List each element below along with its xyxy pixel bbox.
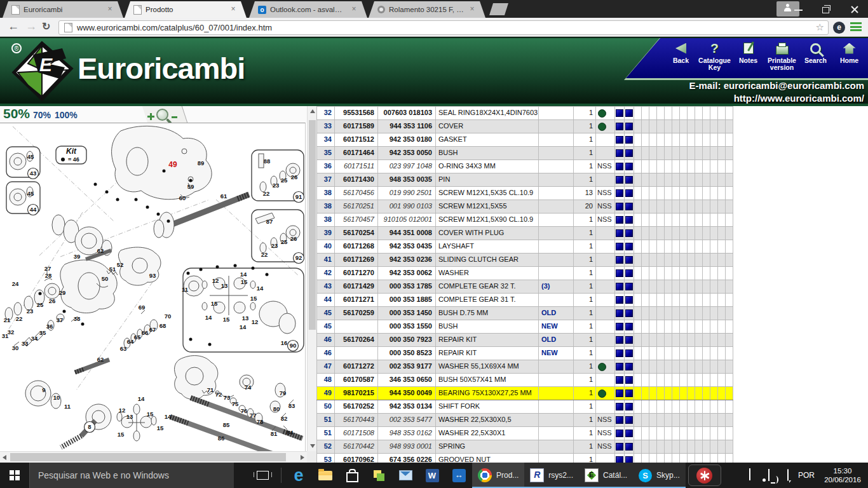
zoom-out-icon[interactable]	[172, 116, 177, 118]
taskbar-app-chrome[interactable]: Prod...	[472, 463, 524, 488]
browser-tab[interactable]: Prodotto×	[125, 1, 247, 18]
browser-tab[interactable]: oOutlook.com - asvalentin×	[249, 1, 367, 18]
clock[interactable]: 15:30 20/06/2016	[820, 466, 865, 484]
taskbar-app-photos[interactable]	[392, 463, 419, 488]
language-indicator[interactable]: POR	[798, 471, 815, 480]
detail-link-square[interactable]	[625, 323, 633, 330]
restore-button[interactable]	[812, 0, 840, 18]
detail-link-square[interactable]	[616, 176, 623, 184]
detail-link-square[interactable]	[616, 443, 623, 451]
reload-icon[interactable]: ↻	[42, 20, 50, 32]
table-row[interactable]: 5160171508948 353 0162WASHER 22,5X30X11N…	[316, 427, 733, 440]
detail-link-square[interactable]	[616, 349, 623, 357]
detail-link-square[interactable]	[625, 189, 633, 197]
table-row[interactable]: 4260171270942 353 0062WASHER1	[316, 267, 733, 280]
taskbar-app-word[interactable]: W	[419, 463, 445, 488]
start-button[interactable]	[0, 463, 29, 488]
detail-link-square[interactable]	[616, 163, 623, 170]
detail-link-square[interactable]	[625, 109, 633, 117]
network-button[interactable]	[768, 470, 770, 481]
nav-back[interactable]: Back	[664, 38, 698, 78]
table-row[interactable]: 3856170251001 990 0103SCREW M12X1,5X5520…	[316, 200, 733, 214]
table-row[interactable]: 5360170962674 356 0226GROOVED NUT1	[316, 454, 733, 463]
detail-link-square[interactable]	[625, 256, 633, 264]
detail-link-square[interactable]	[625, 216, 633, 224]
table-row[interactable]: 4998170215944 350 0049BEARING 75X130X27,…	[316, 387, 733, 400]
table-row[interactable]: 45000 353 1550BUSHNEW1	[316, 320, 733, 334]
close-button[interactable]	[840, 0, 868, 18]
detail-link-square[interactable]	[616, 229, 623, 237]
notifications-button[interactable]	[787, 470, 789, 481]
detail-link-square[interactable]	[616, 376, 623, 384]
scroll-up-icon[interactable]	[310, 109, 315, 113]
detail-link-square[interactable]	[625, 283, 633, 290]
taskbar-app-red-app[interactable]	[688, 464, 721, 486]
detail-link-square[interactable]	[625, 176, 633, 184]
detail-link-square[interactable]	[625, 269, 633, 277]
detail-link-square[interactable]	[625, 149, 633, 157]
detail-link-square[interactable]	[625, 123, 633, 130]
close-tab-icon[interactable]: ×	[229, 5, 238, 14]
detail-link-square[interactable]	[616, 390, 623, 397]
close-tab-icon[interactable]: ×	[349, 5, 358, 14]
detail-link-square[interactable]	[616, 203, 623, 210]
table-row[interactable]: 5056170252942 353 0134SHIFT FORK1	[316, 400, 733, 414]
new-tab-button[interactable]	[489, 3, 508, 15]
nav-printable-version[interactable]: Printable version	[765, 38, 799, 78]
table-row[interactable]: 3295531568007603 018103SEAL RING18X24X1,…	[316, 107, 733, 120]
detail-link-square[interactable]	[616, 149, 623, 157]
zoom-in-icon[interactable]	[147, 113, 154, 120]
table-row[interactable]: 4760171272002 353 9177WASHER 55,1X69X4 M…	[316, 360, 733, 374]
table-row[interactable]: 3660171511023 997 1048O-RING 34X3 MM1NSS	[316, 160, 733, 173]
taskbar-app-skype[interactable]: SSkyp...	[633, 463, 686, 488]
table-row[interactable]: 3460171512942 353 0180GASKET1	[316, 133, 733, 147]
table-row[interactable]: 4160171269942 353 0236SLIDING CLUTCH GEA…	[316, 254, 733, 267]
close-tab-icon[interactable]: ×	[468, 5, 477, 14]
zoom-level-70[interactable]: 70%	[33, 110, 51, 120]
detail-link-square[interactable]	[625, 430, 633, 437]
table-row[interactable]: 3856170457910105 012001SCREW M12X1,5X90 …	[316, 214, 733, 227]
detail-link-square[interactable]	[625, 416, 633, 424]
detail-link-square[interactable]	[616, 403, 623, 410]
website-link[interactable]: http://www.euroricambi.com/	[734, 93, 864, 104]
taskbar-app-catalog[interactable]: Catál...	[579, 463, 633, 488]
table-row[interactable]: 4060171268942 353 0435LAYSHAFT1	[316, 240, 733, 254]
detail-link-square[interactable]	[616, 256, 623, 264]
detail-link-square[interactable]	[616, 296, 623, 304]
taskbar-app-sticky-notes[interactable]	[365, 463, 392, 488]
detail-link-square[interactable]	[616, 109, 623, 117]
table-row[interactable]: 3956170254944 351 0008COVER WITH PLUG1	[316, 227, 733, 240]
diagram-vertical-scrollbar[interactable]	[307, 106, 316, 451]
scroll-down-icon[interactable]	[310, 444, 315, 448]
detail-link-square[interactable]	[616, 336, 623, 344]
magnifier-tool[interactable]	[147, 108, 186, 122]
detail-link-square[interactable]	[616, 323, 623, 330]
url-text[interactable]: www.euroricambi.com/catalplus/60_07/001/…	[77, 23, 272, 32]
table-row[interactable]: 4460171271000 353 1885COMPLETE GEAR 31 T…	[316, 294, 733, 307]
detail-link-square[interactable]	[625, 203, 633, 210]
detail-link-square[interactable]	[625, 163, 633, 170]
minimize-button[interactable]	[784, 0, 812, 18]
table-row[interactable]: 4656170264000 350 7923REPAIR KITOLD1	[316, 334, 733, 347]
detail-link-square[interactable]	[616, 363, 623, 370]
detail-link-square[interactable]	[616, 123, 623, 130]
detail-link-square[interactable]	[625, 229, 633, 237]
taskbar-app-teamviewer[interactable]: ↔	[445, 463, 472, 488]
back-icon[interactable]: ←	[8, 20, 19, 33]
diagram-horizontal-scrollbar[interactable]	[0, 451, 307, 463]
detail-link-square[interactable]	[616, 269, 623, 277]
address-bar[interactable]: www.euroricambi.com/catalplus/60_07/001/…	[58, 20, 829, 35]
detail-link-square[interactable]	[616, 283, 623, 290]
table-row[interactable]: 3360171589944 353 1106COVER1	[316, 120, 733, 133]
detail-link-square[interactable]	[616, 309, 623, 317]
email-link[interactable]: E-mail: euroricambi@euroricambi.com	[689, 80, 864, 91]
detail-link-square[interactable]	[625, 363, 633, 370]
bookmark-star-icon[interactable]: ☆	[816, 22, 824, 33]
detail-link-square[interactable]	[616, 456, 623, 463]
detail-link-square[interactable]	[616, 189, 623, 197]
nav-notes[interactable]: Notes	[731, 38, 765, 78]
scroll-left-icon[interactable]	[3, 455, 6, 460]
nav-home[interactable]: Home	[832, 38, 866, 78]
detail-link-square[interactable]	[625, 403, 633, 410]
table-row[interactable]: 4556170259000 353 1450BUSH D.75 MMOLD1	[316, 307, 733, 320]
